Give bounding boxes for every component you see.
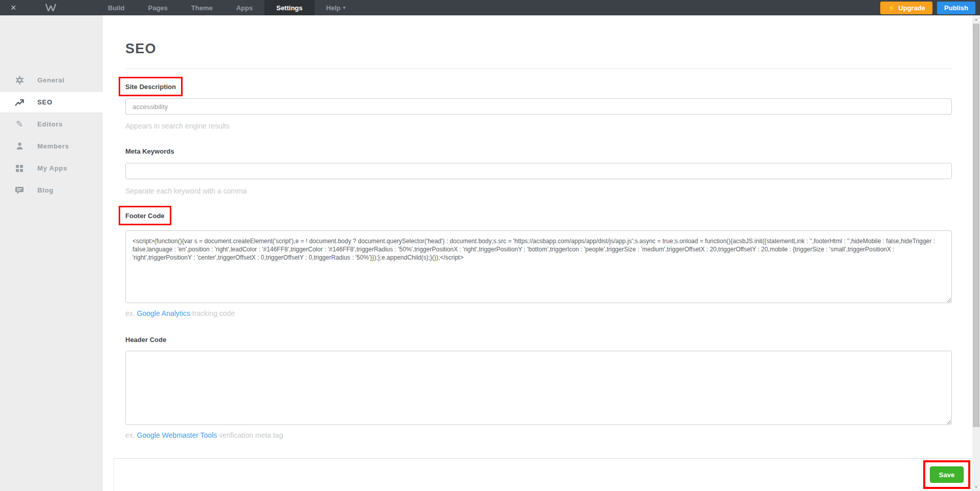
sidebar-item-members[interactable]: Members: [0, 135, 102, 157]
top-navigation-bar: ✕ Build Pages Theme Apps Settings Help ▾…: [0, 0, 980, 15]
footer-code-helper-suffix: tracking code: [190, 309, 235, 317]
site-description-helper: Appears in search engine results: [125, 122, 230, 130]
pencil-icon: ✎: [14, 120, 25, 129]
sidebar-item-label: SEO: [37, 98, 53, 106]
sidebar-item-label: Editors: [37, 120, 63, 128]
topbar-actions: ⚡ Upgrade Publish: [880, 0, 980, 15]
footer-code-label: Footer Code: [125, 212, 165, 220]
footer-code-helper-prefix: ex.: [125, 309, 137, 317]
nav-help-label: Help: [326, 4, 341, 12]
sidebar-item-seo[interactable]: SEO: [0, 91, 103, 113]
upgrade-button[interactable]: ⚡ Upgrade: [880, 2, 932, 14]
highlight-box-save: Save: [923, 460, 970, 489]
top-nav-menu: Build Pages Theme Apps Settings Help ▾: [96, 0, 357, 15]
weebly-w-icon: [45, 3, 57, 12]
scroll-up-icon[interactable]: ▲: [972, 17, 980, 21]
sidebar-item-editors[interactable]: ✎ Editors: [0, 113, 102, 135]
nav-settings[interactable]: Settings: [264, 0, 314, 15]
meta-keywords-input[interactable]: [125, 163, 952, 179]
gear-icon: [14, 76, 25, 84]
sidebar-item-label: Blog: [37, 186, 54, 194]
trending-up-icon: [14, 98, 25, 106]
save-button[interactable]: Save: [930, 466, 964, 483]
nav-theme[interactable]: Theme: [180, 0, 225, 15]
vertical-scrollbar[interactable]: ▲ ▼: [972, 15, 980, 491]
google-analytics-link[interactable]: Google Analytics: [137, 309, 190, 317]
sidebar-item-blog[interactable]: Blog: [0, 179, 102, 201]
weebly-settings-page: ✕ Build Pages Theme Apps Settings Help ▾…: [0, 0, 980, 491]
sidebar-item-label: My Apps: [37, 164, 68, 172]
header-code-helper: ex. Google Webmaster Tools verification …: [125, 431, 283, 439]
scroll-down-icon[interactable]: ▼: [972, 485, 980, 489]
sidebar-item-label: General: [37, 76, 64, 84]
highlight-box-footer-code: Footer Code: [119, 206, 171, 225]
caret-down-icon: ▾: [343, 6, 346, 10]
speech-bubble-icon: [14, 186, 25, 195]
site-description-input[interactable]: [125, 98, 952, 115]
save-bar: Save: [114, 458, 972, 491]
settings-sidebar: General SEO ✎ Editors Members: [0, 15, 102, 491]
sidebar-item-label: Members: [37, 142, 69, 150]
nav-build[interactable]: Build: [96, 0, 137, 15]
header-code-textarea[interactable]: [125, 351, 952, 425]
footer-code-textarea[interactable]: <script>(function(){var s = document.cre…: [125, 230, 952, 303]
lightning-bolt-icon: ⚡: [887, 5, 896, 11]
nav-apps[interactable]: Apps: [225, 0, 265, 15]
meta-keywords-label: Meta Keywords: [125, 147, 174, 155]
google-webmaster-tools-link[interactable]: Google Webmaster Tools: [137, 431, 217, 439]
publish-button[interactable]: Publish: [937, 2, 975, 14]
meta-keywords-helper: Separate each keyword with a comma: [125, 187, 247, 195]
sidebar-item-my-apps[interactable]: My Apps: [0, 157, 102, 179]
grid-icon: [14, 164, 25, 173]
page-title: SEO: [125, 41, 157, 57]
title-divider: [125, 69, 952, 69]
person-icon: [14, 142, 25, 151]
weebly-logo[interactable]: [45, 0, 57, 15]
footer-code-helper: ex. Google Analytics tracking code: [125, 309, 235, 317]
nav-help[interactable]: Help ▾: [315, 0, 358, 15]
nav-pages[interactable]: Pages: [137, 0, 180, 15]
close-icon[interactable]: ✕: [0, 0, 27, 15]
sidebar-item-general[interactable]: General: [0, 69, 102, 91]
upgrade-button-label: Upgrade: [898, 4, 925, 12]
scrollbar-thumb[interactable]: [973, 24, 979, 427]
header-code-helper-suffix: verification meta tag: [217, 431, 283, 439]
header-code-helper-prefix: ex.: [125, 431, 137, 439]
seo-settings-panel: SEO Site Description Appears in search e…: [102, 15, 972, 491]
site-description-label: Site Description: [125, 83, 176, 91]
highlight-box-site-description: Site Description: [119, 77, 183, 96]
header-code-label: Header Code: [125, 336, 166, 344]
